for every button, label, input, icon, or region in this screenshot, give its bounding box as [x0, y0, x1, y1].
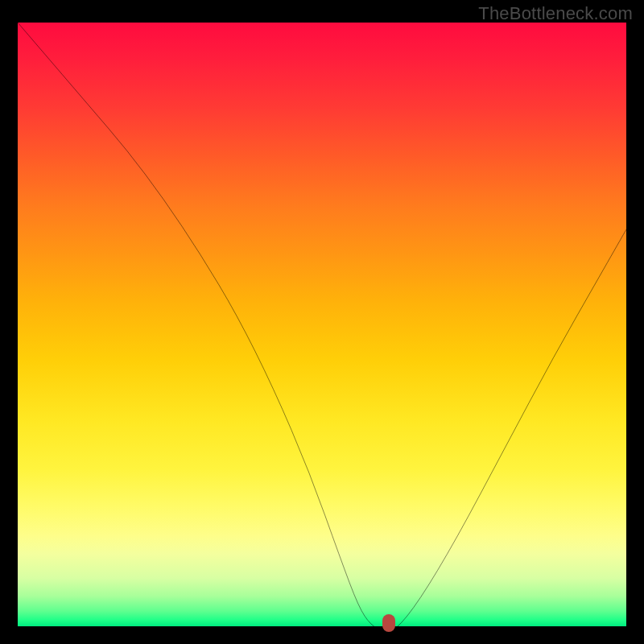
bottleneck-gradient-bg — [18, 23, 626, 626]
optimum-point-marker — [382, 614, 395, 632]
chart-container — [18, 23, 626, 626]
attribution-text: TheBottleneck.com — [478, 3, 633, 24]
plot-area — [18, 23, 626, 626]
